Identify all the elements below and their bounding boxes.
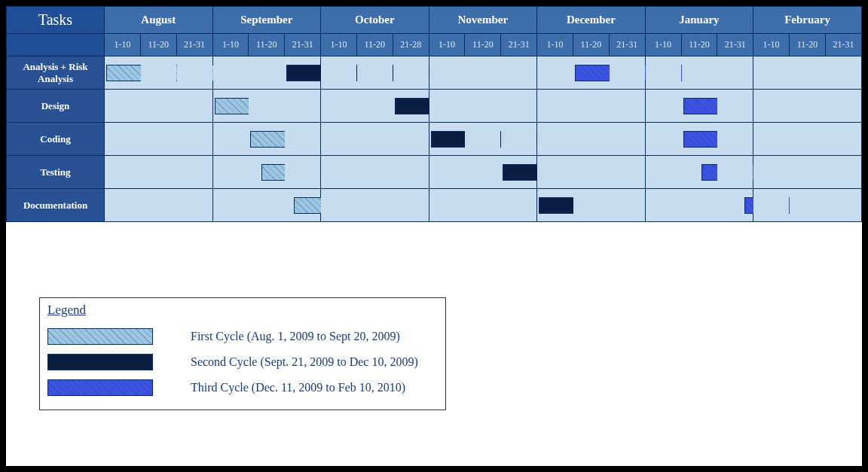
gantt-cell	[105, 56, 141, 90]
gantt-cell	[790, 123, 826, 156]
gantt-cell	[681, 156, 717, 189]
subperiod: 21-28	[393, 34, 429, 56]
gantt-cell	[645, 123, 681, 156]
gantt-cell	[717, 156, 753, 189]
gantt-cell	[681, 90, 717, 123]
subperiod: 11-20	[140, 34, 176, 56]
tasks-header: Tasks	[7, 7, 105, 34]
legend-label: Second Cycle (Sept. 21, 2009 to Dec 10, …	[191, 355, 418, 369]
gantt-cell	[393, 90, 429, 123]
subperiod: 1-10	[537, 34, 573, 56]
gantt-sheet: Tasks August September October November …	[6, 6, 862, 466]
gantt-cell	[465, 156, 501, 189]
gantt-cell	[537, 56, 573, 90]
month-header: December	[537, 7, 646, 34]
gantt-cell	[249, 56, 285, 90]
gantt-cell	[537, 90, 573, 123]
subperiod: 1-10	[212, 34, 249, 56]
gantt-cell	[176, 90, 212, 123]
gantt-cell	[212, 189, 249, 222]
gantt-cell	[609, 56, 645, 90]
gantt-cell	[140, 56, 176, 90]
gantt-cell	[285, 56, 321, 90]
gantt-cell	[790, 90, 826, 123]
gantt-cell	[501, 156, 537, 189]
subperiod: 11-20	[573, 34, 609, 56]
gantt-table: Tasks August September October November …	[6, 6, 862, 222]
gantt-cell	[753, 90, 790, 123]
gantt-cell	[609, 189, 645, 222]
gantt-cell	[753, 56, 790, 90]
gantt-cell	[465, 90, 501, 123]
gantt-cell	[753, 156, 790, 189]
gantt-cell	[429, 189, 465, 222]
gantt-cell	[212, 56, 249, 90]
legend-item: Second Cycle (Sept. 21, 2009 to Dec 10, …	[47, 354, 438, 370]
subperiod: 11-20	[681, 34, 717, 56]
subperiod: 21-31	[825, 34, 861, 56]
gantt-cell	[429, 123, 465, 156]
gantt-cell	[176, 123, 212, 156]
task-label: Coding	[7, 123, 105, 156]
gantt-cell	[140, 90, 176, 123]
subhead-blank	[7, 34, 105, 56]
gantt-cell	[681, 123, 717, 156]
gantt-cell	[356, 56, 393, 90]
gantt-cell	[753, 123, 790, 156]
gantt-cell	[825, 156, 861, 189]
gantt-cell	[285, 90, 321, 123]
gantt-cell	[321, 156, 357, 189]
gantt-cell	[429, 90, 465, 123]
gantt-cell	[285, 189, 321, 222]
task-label: Analysis + Risk Analysis	[7, 56, 105, 90]
legend-label: First Cycle (Aug. 1, 2009 to Sept 20, 20…	[191, 330, 400, 343]
task-label: Testing	[7, 156, 105, 189]
legend-title: Legend	[47, 303, 438, 318]
subperiod: 21-31	[501, 34, 537, 56]
gantt-cell	[356, 156, 393, 189]
gantt-cell	[717, 90, 753, 123]
gantt-cell	[609, 156, 645, 189]
subperiod: 1-10	[753, 34, 790, 56]
gantt-cell	[609, 90, 645, 123]
gantt-cell	[825, 90, 861, 123]
gantt-cell	[321, 189, 357, 222]
gantt-cell	[537, 123, 573, 156]
gantt-cell	[356, 90, 393, 123]
gantt-cell	[105, 90, 141, 123]
gantt-cell	[501, 123, 537, 156]
gantt-cell	[790, 156, 826, 189]
subperiod: 11-20	[465, 34, 501, 56]
gantt-cell	[825, 189, 861, 222]
gantt-cell	[140, 123, 176, 156]
subperiod: 21-31	[717, 34, 753, 56]
gantt-cell	[645, 56, 681, 90]
subperiod: 1-10	[105, 34, 141, 56]
gantt-cell	[176, 56, 212, 90]
task-label: Design	[7, 90, 105, 123]
legend-item: Third Cycle (Dec. 11, 2009 to Feb 10, 20…	[47, 379, 438, 396]
month-header: November	[429, 7, 537, 34]
gantt-cell	[681, 56, 717, 90]
gantt-cell	[321, 123, 357, 156]
gantt-cell	[212, 156, 249, 189]
legend-label: Third Cycle (Dec. 11, 2009 to Feb 10, 20…	[191, 381, 405, 394]
gantt-cell	[717, 189, 753, 222]
gantt-cell	[501, 189, 537, 222]
subperiod: 11-20	[356, 34, 393, 56]
subperiod: 1-10	[321, 34, 357, 56]
legend-swatch-cycle2	[47, 354, 153, 370]
gantt-cell	[356, 189, 393, 222]
month-header: February	[753, 7, 862, 34]
subperiod: 1-10	[645, 34, 681, 56]
gantt-cell	[212, 123, 249, 156]
gantt-cell	[501, 56, 537, 90]
gantt-cell	[285, 123, 321, 156]
gantt-cell	[140, 156, 176, 189]
gantt-cell	[790, 56, 826, 90]
gantt-cell	[105, 123, 141, 156]
gantt-cell	[140, 189, 176, 222]
gantt-cell	[645, 90, 681, 123]
gantt-cell	[429, 156, 465, 189]
gantt-cell	[176, 189, 212, 222]
